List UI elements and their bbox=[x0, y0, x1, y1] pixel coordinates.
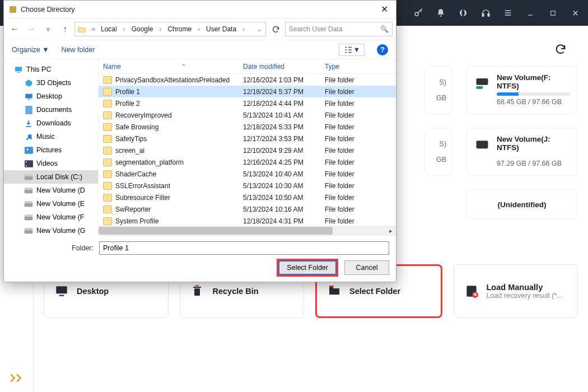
table-row[interactable]: RecoveryImproved5/13/2024 10:41 AMFile f… bbox=[99, 109, 396, 121]
svg-rect-37 bbox=[25, 214, 33, 217]
table-row[interactable]: Profile 112/18/2024 5:37 PMFile folder bbox=[99, 86, 396, 97]
tree-item[interactable]: New Volume (G bbox=[4, 224, 98, 236]
folder-icon bbox=[103, 206, 112, 213]
volume-name: New Volume(J: NTFS) bbox=[497, 135, 570, 152]
bell-icon[interactable] bbox=[431, 3, 450, 22]
table-row[interactable]: PrivacySandboxAttestationsPreloaded12/16… bbox=[99, 74, 396, 86]
nav-up[interactable]: ↑ bbox=[58, 22, 72, 36]
nav-back[interactable]: ← bbox=[7, 22, 22, 36]
nav-recent[interactable]: ▾ bbox=[41, 22, 55, 36]
list-header[interactable]: Name⌃ Date modified Type bbox=[99, 59, 396, 74]
folder-icon bbox=[103, 100, 112, 108]
tree-item[interactable]: New Volume (D bbox=[4, 184, 98, 197]
cancel-button[interactable]: Cancel bbox=[344, 260, 389, 275]
view-mode-button[interactable]: ▼ bbox=[339, 44, 365, 56]
window-minimize[interactable] bbox=[521, 3, 540, 22]
window-close[interactable] bbox=[566, 3, 585, 22]
tree-item[interactable]: Documents bbox=[4, 103, 98, 116]
svg-rect-14 bbox=[329, 286, 334, 287]
menu-icon[interactable] bbox=[498, 3, 517, 22]
tree-item[interactable]: Videos bbox=[4, 157, 98, 170]
pics-icon bbox=[24, 146, 33, 155]
table-row[interactable]: ShaderCache5/13/2024 10:40 AMFile folder bbox=[99, 168, 396, 180]
table-row[interactable]: Profile 212/18/2024 4:44 PMFile folder bbox=[99, 97, 396, 109]
folder-icon bbox=[77, 25, 86, 33]
svg-rect-39 bbox=[25, 228, 33, 230]
tree-item[interactable]: New Volume (E bbox=[4, 197, 98, 211]
folder-icon bbox=[103, 158, 112, 166]
3d-icon bbox=[24, 78, 33, 87]
table-row[interactable]: SSLErrorAssistant5/13/2024 10:30 AMFile … bbox=[99, 180, 396, 192]
table-row[interactable]: Subresource Filter5/13/2024 10:50 AMFile… bbox=[99, 192, 396, 203]
svg-rect-8 bbox=[477, 141, 488, 148]
desktop-icon bbox=[54, 284, 69, 298]
volume-card-f[interactable]: New Volume(F: NTFS) 68.45 GB / 97.66 GB bbox=[466, 66, 578, 114]
tree-item[interactable]: This PC bbox=[4, 63, 98, 76]
search-input[interactable]: Search User Data 🔍 bbox=[285, 22, 393, 36]
file-list: PrivacySandboxAttestationsPreloaded12/16… bbox=[99, 74, 396, 226]
svg-rect-19 bbox=[17, 72, 20, 73]
music-icon bbox=[24, 132, 33, 141]
action-load-manually[interactable]: Load Manually Load recovery result (*... bbox=[454, 264, 578, 318]
svg-rect-9 bbox=[56, 286, 67, 293]
svg-point-24 bbox=[30, 137, 31, 139]
dialog-close[interactable]: ✕ bbox=[377, 2, 391, 17]
svg-rect-18 bbox=[15, 67, 22, 71]
svg-rect-28 bbox=[25, 161, 26, 162]
sidebar-expand-icon[interactable] bbox=[9, 373, 25, 384]
pc-icon bbox=[14, 65, 23, 74]
nav-refresh[interactable] bbox=[268, 22, 283, 36]
globe-icon[interactable] bbox=[454, 3, 473, 22]
volume-usage: 97.29 GB / 97.66 GB bbox=[497, 160, 570, 167]
svg-rect-29 bbox=[25, 165, 26, 166]
table-row[interactable]: Safe Browsing12/18/2024 5:33 PMFile fold… bbox=[99, 121, 396, 133]
key-icon[interactable] bbox=[409, 3, 428, 22]
table-row[interactable]: screen_ai12/10/2024 9:29 AMFile folder bbox=[99, 144, 396, 156]
tree-item[interactable]: Desktop bbox=[4, 90, 98, 103]
tree-item[interactable]: Local Disk (C:) bbox=[4, 170, 98, 184]
nav-tree: This PC3D ObjectsDesktopDocumentsDownloa… bbox=[4, 59, 98, 236]
table-row[interactable]: System Profile12/18/2024 4:31 PMFile fol… bbox=[99, 215, 396, 226]
folder-icon bbox=[103, 182, 112, 190]
table-row[interactable]: SwReporter5/13/2024 10:16 AMFile folder bbox=[99, 203, 396, 215]
tree-item[interactable]: Pictures bbox=[4, 143, 98, 157]
chevron-down-icon[interactable]: ⌄ bbox=[255, 25, 263, 33]
new-folder-button[interactable]: New folder bbox=[62, 46, 95, 54]
search-placeholder: Search User Data bbox=[289, 25, 342, 33]
nav-forward: → bbox=[24, 22, 39, 36]
volume-usage: 68.45 GB / 97.66 GB bbox=[497, 98, 570, 106]
volume-card-partial: S)GB bbox=[424, 66, 452, 114]
folder-icon bbox=[103, 194, 112, 202]
docs-icon bbox=[24, 105, 33, 114]
h-scrollbar[interactable]: ◂▸ bbox=[99, 226, 396, 236]
search-icon: 🔍 bbox=[380, 25, 389, 33]
svg-rect-12 bbox=[193, 287, 201, 288]
help-button[interactable]: ? bbox=[377, 44, 388, 55]
svg-point-26 bbox=[26, 148, 28, 150]
svg-rect-35 bbox=[25, 201, 33, 203]
select-folder-button[interactable]: Select Folder bbox=[278, 260, 337, 275]
ssd-icon bbox=[474, 74, 490, 90]
table-row[interactable]: segmentation_platform12/16/2024 4:25 PMF… bbox=[99, 156, 396, 168]
headset-icon[interactable] bbox=[476, 3, 495, 22]
svg-rect-22 bbox=[25, 106, 32, 114]
folder-icon bbox=[103, 135, 112, 143]
tree-item[interactable]: New Volume (F bbox=[4, 211, 98, 224]
unidentified-card[interactable]: (Unidentified) bbox=[466, 189, 578, 220]
svg-rect-7 bbox=[477, 86, 483, 89]
tree-item[interactable]: Downloads bbox=[4, 116, 98, 130]
organize-menu[interactable]: Organize ▼ bbox=[12, 46, 49, 54]
volume-card-j[interactable]: New Volume(J: NTFS) 97.29 GB / 97.66 GB bbox=[466, 128, 578, 176]
folder-input[interactable] bbox=[99, 241, 389, 255]
breadcrumb[interactable]: « Local› Google› Chrome› User Data› ⌄ bbox=[74, 22, 266, 36]
volume-card-partial: S)GB bbox=[424, 128, 452, 176]
table-row[interactable]: SafetyTips12/17/2024 3:53 PMFile folder bbox=[99, 133, 396, 144]
tree-item[interactable]: Music bbox=[4, 130, 98, 143]
svg-rect-33 bbox=[25, 188, 33, 190]
disk-icon bbox=[24, 186, 33, 195]
desktop-icon bbox=[24, 92, 33, 101]
window-maximize[interactable] bbox=[543, 3, 562, 22]
refresh-icon[interactable] bbox=[554, 43, 570, 59]
svg-point-23 bbox=[26, 138, 28, 139]
tree-item[interactable]: 3D Objects bbox=[4, 76, 98, 90]
